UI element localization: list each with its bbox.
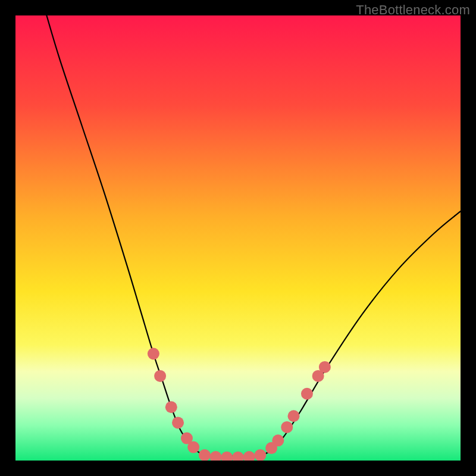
chart-frame: TheBottleneck.com: [0, 0, 476, 476]
marker-dot: [148, 347, 159, 359]
marker-dot: [172, 416, 184, 428]
gradient-background: [15, 15, 461, 461]
marker-dot: [288, 410, 300, 422]
marker-dot: [187, 441, 199, 453]
bottleneck-chart: [15, 15, 461, 461]
marker-dot: [281, 421, 293, 433]
marker-dot: [272, 434, 284, 446]
marker-dot: [319, 361, 331, 373]
marker-dot: [154, 370, 166, 382]
marker-dot: [301, 388, 313, 400]
marker-dot: [165, 401, 177, 413]
